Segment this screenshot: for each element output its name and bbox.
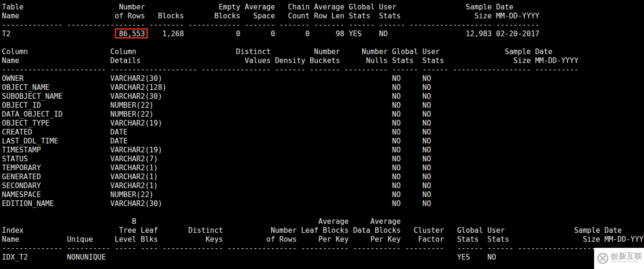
separator-cell: ---------- <box>535 65 579 74</box>
cell: LAST_DDL_TIME <box>2 137 106 146</box>
header-cell: Name <box>2 12 63 21</box>
separator-cell: ------ <box>487 244 513 253</box>
header-cell: Index <box>2 226 63 235</box>
header-cell <box>2 217 63 226</box>
cell: NO <box>392 101 418 110</box>
header-cell: Name <box>2 56 106 65</box>
cell <box>201 146 271 155</box>
header-cell: Size <box>518 235 600 244</box>
header-cell: Column <box>110 47 197 56</box>
cell: NUMBER(22) <box>110 190 197 199</box>
header-cell: Blocks <box>149 12 184 21</box>
cell <box>453 173 531 182</box>
header-row: Nameof RowsBlocksBlocksSpaceCountRow Len… <box>2 12 644 21</box>
cell <box>201 128 271 137</box>
header-cell: Average <box>301 217 348 226</box>
cell: NO <box>422 92 448 101</box>
cell: 86,553 <box>67 30 145 39</box>
cell: VARCHAR2(128) <box>110 83 197 92</box>
cell: NO <box>392 83 418 92</box>
separator-cell: ------ <box>392 65 418 74</box>
cell: TEMPORARY <box>2 164 106 173</box>
cell <box>275 155 305 164</box>
cell: VARCHAR2(1) <box>110 164 197 173</box>
cell <box>310 155 340 164</box>
cell: NO <box>422 119 448 128</box>
separator-cell: ----------- <box>301 244 348 253</box>
cell: IDX_T2 <box>2 253 63 262</box>
separator-cell: ------ <box>379 21 405 30</box>
cell <box>201 101 271 110</box>
cell <box>535 74 579 83</box>
cell <box>275 74 305 83</box>
watermark-brand: 创新互联 <box>611 253 644 260</box>
cell <box>453 182 531 190</box>
cell <box>201 173 271 182</box>
cell <box>535 83 579 92</box>
cell: NO <box>422 110 448 119</box>
header-cell: Number <box>310 47 340 56</box>
cell <box>310 92 340 101</box>
cell <box>344 110 387 119</box>
separator-cell: -------------------- <box>110 65 197 74</box>
cell <box>344 83 387 92</box>
header-cell <box>604 217 644 226</box>
cell <box>201 83 271 92</box>
cell: 0 <box>279 30 309 39</box>
cell: VARCHAR2(1) <box>110 173 197 182</box>
data-row: DATA_OBJECT_IDNUMBER(22)NONO <box>2 110 644 119</box>
header-cell: B <box>114 217 136 226</box>
cell <box>310 128 340 137</box>
cell <box>344 190 387 199</box>
cell: NO <box>392 199 418 208</box>
cell <box>453 101 531 110</box>
cell: EDITION_NAME <box>2 199 106 208</box>
cell <box>275 137 305 146</box>
header-cell: Name <box>2 235 63 244</box>
cell <box>227 253 297 262</box>
header-cell: Global <box>392 47 418 56</box>
cell <box>114 253 136 262</box>
header-cell: Global <box>349 3 375 12</box>
cell: 12,983 <box>410 30 492 39</box>
header-cell: Global <box>457 226 483 235</box>
cell: NO <box>422 155 448 164</box>
header-cell <box>162 217 223 226</box>
cell <box>201 137 271 146</box>
separator-cell: ---------- <box>344 65 387 74</box>
cell: STATUS <box>2 155 106 164</box>
header-cell: Stats <box>457 235 483 244</box>
cell <box>535 173 579 182</box>
cell <box>275 182 305 190</box>
cell <box>344 164 387 173</box>
cell <box>535 128 579 137</box>
header-cell <box>457 217 483 226</box>
header-cell: MM-DD-YYYY <box>535 56 579 65</box>
header-cell <box>487 217 513 226</box>
cell <box>518 253 600 262</box>
table-stats-table: TableNumberEmptyAverageChainAverageGloba… <box>2 3 644 39</box>
header-cell: Buckets <box>310 56 340 65</box>
separator-cell: ----------- <box>353 244 401 253</box>
cell: NO <box>422 137 448 146</box>
cell <box>275 119 305 128</box>
separator-cell: -------- <box>149 21 184 30</box>
cell: NO <box>392 173 418 182</box>
header-cell: Chain <box>279 3 309 12</box>
cell: NUMBER(22) <box>110 110 197 119</box>
terminal-screen[interactable]: TableNumberEmptyAverageChainAverageGloba… <box>0 0 644 269</box>
separator-cell: ------ <box>349 21 375 30</box>
cell: NO <box>392 137 418 146</box>
cell: NO <box>422 164 448 173</box>
header-cell <box>67 226 110 235</box>
cell: NO <box>422 83 448 92</box>
cell <box>453 146 531 155</box>
cell <box>310 190 340 199</box>
cell: 98 <box>314 30 344 39</box>
cell <box>201 110 271 119</box>
data-row: IDX_T2NONUNIQUEYESNO <box>2 253 644 262</box>
cell <box>344 128 387 137</box>
cell <box>344 119 387 128</box>
data-row: EDITION_NAMEVARCHAR2(30)NONO <box>2 199 644 208</box>
header-row: TableNumberEmptyAverageChainAverageGloba… <box>2 3 644 12</box>
